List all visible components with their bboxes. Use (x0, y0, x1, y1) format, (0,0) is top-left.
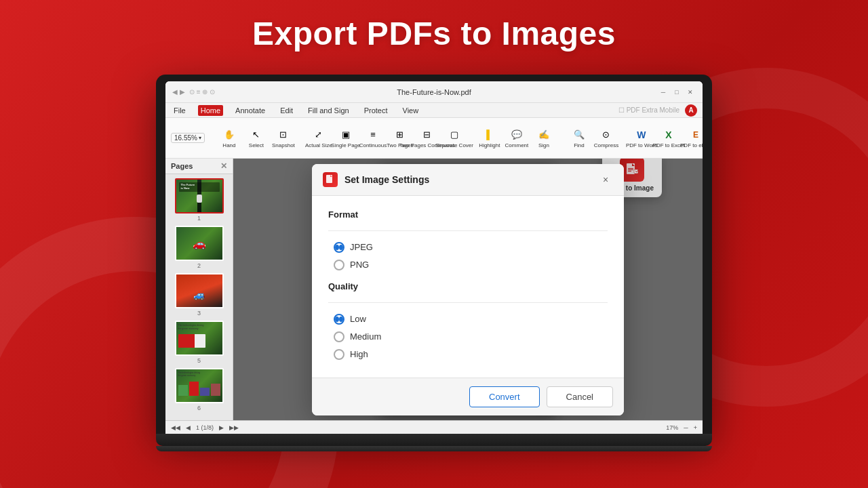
ribbon-compress[interactable]: ⊙ Compress (595, 127, 617, 150)
laptop-screen: ◀ ▶ ⊙ ≡ ⊕ ⊙ The-Future-is-Now.pdf ─ □ ✕ … (156, 75, 712, 434)
ribbon-toolbar: 16.55% ▾ ✋ Hand ↖ Select ⊡ Snapshot (165, 118, 703, 159)
main-viewer: 🚗 The Futureis Now (233, 159, 703, 420)
zoom-info: 17% (666, 424, 678, 431)
page-thumb-img-3: 🚙 (175, 273, 224, 308)
ribbon-continuous[interactable]: ≡ Continuous (362, 127, 384, 150)
laptop-base (156, 434, 712, 446)
continuous-label: Continuous (359, 142, 387, 148)
separate-cover-icon: ▢ (448, 128, 461, 142)
page-thumb-img-6: The technologies drivingthe green econom… (175, 368, 224, 403)
bar-1 (178, 385, 188, 396)
format-png-radio[interactable] (334, 260, 344, 270)
ribbon-find[interactable]: 🔍 Find (568, 127, 590, 150)
quality-section-title: Quality (328, 281, 608, 291)
select-icon: ↖ (250, 128, 263, 142)
ribbon-highlight[interactable]: ▌ Highlight (479, 127, 500, 150)
separate-cover-label: Separate Cover (435, 142, 473, 148)
ribbon-snapshot[interactable]: ⊡ Snapshot (273, 127, 294, 150)
close-button[interactable]: ✕ (685, 87, 696, 98)
zoom-plus[interactable]: + (694, 424, 697, 431)
nav-last[interactable]: ▶▶ (229, 424, 239, 431)
nav-first[interactable]: ◀◀ (171, 424, 180, 431)
highlight-icon: ▌ (483, 128, 496, 142)
comment-label: Comment (505, 142, 529, 148)
ribbon-actual-size[interactable]: ⤢ Actual Size (308, 127, 330, 150)
menu-file[interactable]: File (171, 105, 189, 116)
quality-high-option[interactable]: High (334, 349, 608, 360)
find-icon: 🔍 (572, 128, 586, 142)
ribbon-pdf-to-epub[interactable]: E PDF to ePub (685, 127, 703, 150)
page-title: Export PDFs to Images (0, 15, 868, 52)
ribbon-hand[interactable]: ✋ Hand (218, 127, 240, 150)
page-num-5: 5 (197, 357, 201, 364)
pages-panel-close[interactable]: ✕ (220, 161, 227, 171)
zoom-minus[interactable]: ─ (684, 424, 688, 431)
dialog-close-button[interactable]: × (598, 172, 613, 187)
cancel-button[interactable]: Cancel (547, 386, 613, 407)
thumb-content-1: The Futureis Now (176, 180, 222, 212)
user-avatar[interactable]: A (685, 104, 697, 117)
title-bar: ◀ ▶ ⊙ ≡ ⊕ ⊙ The-Future-is-Now.pdf ─ □ ✕ (165, 81, 703, 103)
ribbon-pdf-to-excel[interactable]: X PDF to Excel (658, 127, 679, 150)
ribbon-sign[interactable]: ✍ Sign (533, 127, 555, 150)
hand-label: Hand (222, 142, 235, 148)
thumb-content-3: 🚙 (176, 274, 222, 307)
quality-high-radio[interactable] (334, 349, 344, 360)
nav-prev[interactable]: ◀ (186, 424, 191, 431)
ribbon-pdf-to-word[interactable]: W PDF to Word (631, 127, 652, 150)
quality-low-radio[interactable] (334, 314, 344, 325)
page-thumb-6[interactable]: The technologies drivingthe green econom… (168, 368, 230, 411)
convert-button[interactable]: Convert (469, 386, 540, 407)
format-jpeg-option[interactable]: JPEG (334, 242, 608, 253)
format-jpeg-radio[interactable] (334, 242, 344, 253)
menu-protect[interactable]: Protect (361, 105, 391, 116)
ribbon-comment[interactable]: 💬 Comment (506, 127, 528, 150)
snapshot-icon: ⊡ (277, 128, 290, 142)
minimize-button[interactable]: ─ (658, 87, 669, 98)
format-radio-group: JPEG PNG (328, 242, 608, 270)
ribbon-separate-cover[interactable]: ▢ Separate Cover (443, 127, 465, 150)
pages-panel-header: Pages ✕ (165, 159, 233, 174)
format-png-option[interactable]: PNG (334, 260, 608, 270)
quality-medium-radio[interactable] (334, 331, 344, 342)
page-thumb-2[interactable]: 🚗 2 (168, 226, 230, 269)
page-num-6: 6 (197, 405, 201, 411)
quality-high-label: High (350, 349, 368, 359)
thumb-car-2: 🚗 (193, 237, 206, 250)
thumb-content-6: The technologies drivingthe green econom… (176, 369, 222, 402)
window-controls[interactable]: ─ □ ✕ (658, 87, 696, 98)
comment-icon: 💬 (510, 128, 524, 142)
compress-icon: ⊙ (599, 128, 613, 142)
maximize-button[interactable]: □ (671, 87, 682, 98)
quality-medium-option[interactable]: Medium (334, 331, 608, 342)
nav-next[interactable]: ▶ (219, 424, 224, 431)
ribbon-single-page[interactable]: ▣ Single Page (335, 127, 357, 150)
ribbon-select[interactable]: ↖ Select (245, 127, 267, 150)
page-thumb-5[interactable]: The technologies drivingthe green econom… (168, 321, 230, 364)
format-section-title: Format (328, 209, 608, 220)
page-thumb-3[interactable]: 🚙 3 (168, 273, 230, 317)
menu-fill-sign[interactable]: Fill and Sign (305, 105, 352, 116)
actual-size-icon: ⤢ (312, 128, 326, 142)
page-thumb-img-2: 🚗 (175, 226, 224, 261)
thumb-content-2: 🚗 (176, 227, 222, 260)
format-divider (328, 230, 608, 231)
quality-divider (328, 302, 608, 303)
menu-view[interactable]: View (400, 105, 422, 116)
menu-edit[interactable]: Edit (277, 105, 296, 116)
page-thumb-1[interactable]: The Futureis Now 1 (168, 178, 230, 222)
title-bar-left: ◀ ▶ ⊙ ≡ ⊕ ⊙ (172, 88, 215, 96)
bar-3 (200, 388, 210, 396)
menu-home[interactable]: Home (198, 105, 223, 116)
pdf-to-word-icon: W (635, 128, 648, 142)
zoom-control[interactable]: 16.55% ▾ (171, 133, 205, 143)
content-area: Pages ✕ (165, 159, 703, 420)
laptop-foot (156, 446, 712, 451)
zoom-dropdown-icon[interactable]: ▾ (199, 135, 201, 141)
page-title-overlay: The Futureis Now (179, 182, 220, 192)
app-window: ◀ ▶ ⊙ ≡ ⊕ ⊙ The-Future-is-Now.pdf ─ □ ✕ … (165, 81, 703, 434)
menu-annotate[interactable]: Annotate (233, 105, 268, 116)
quality-low-option[interactable]: Low (334, 314, 608, 325)
pdf-to-epub-label: PDF to ePub (680, 142, 703, 148)
pdf-to-excel-icon: X (662, 128, 675, 142)
